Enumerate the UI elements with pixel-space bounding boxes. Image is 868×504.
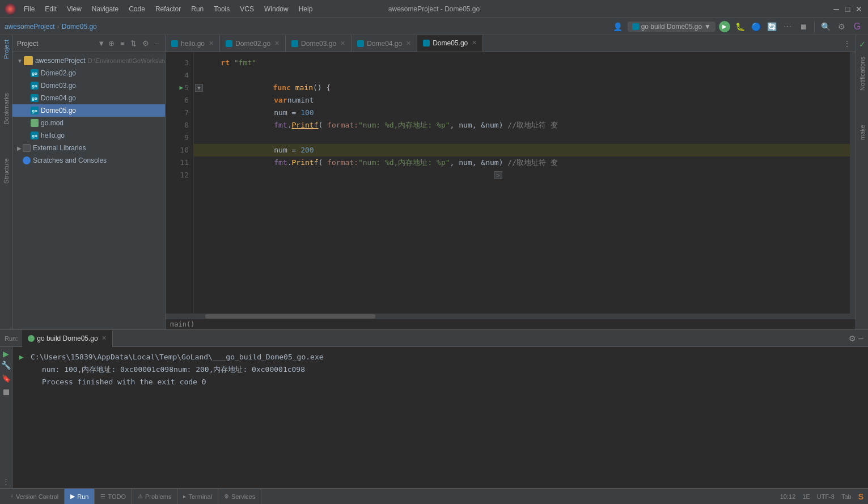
tab-close-icon[interactable]: ✕: [340, 40, 345, 47]
menu-run[interactable]: Run: [187, 4, 208, 14]
menu-file[interactable]: File: [19, 4, 39, 14]
tab-dome05-go[interactable]: Dome05.go ✕: [417, 35, 483, 52]
console-stop-icon[interactable]: ⏹: [2, 387, 11, 397]
debug-button[interactable]: 🐛: [734, 20, 746, 33]
status-terminal[interactable]: ▸ Terminal: [177, 489, 218, 505]
tab-close-icon[interactable]: ✕: [209, 40, 214, 47]
status-line-col[interactable]: 1E: [802, 493, 810, 500]
bottom-tab-run[interactable]: go build Dome05.go ✕: [22, 330, 112, 347]
status-vcs-label: Version Control: [16, 493, 58, 500]
coverage-button[interactable]: 🔵: [750, 20, 762, 33]
tree-item-dome04[interactable]: go Dome04.go: [12, 92, 165, 104]
project-hide-icon[interactable]: –: [153, 39, 160, 48]
close-button[interactable]: ✕: [854, 5, 863, 14]
console-more-icon[interactable]: ⋮: [2, 477, 10, 486]
tab-hello-go[interactable]: hello.go ✕: [166, 35, 220, 52]
menu-window[interactable]: Window: [260, 4, 293, 14]
run-configuration[interactable]: go build Dome05.go ▼: [628, 22, 715, 32]
console-wrench-icon[interactable]: 🔧: [1, 361, 11, 370]
breadcrumb-file[interactable]: Dome05.go: [62, 23, 97, 31]
right-sidebar: ✓ Notifications make: [856, 35, 868, 329]
status-problems[interactable]: ⚠ Problems: [132, 489, 177, 505]
sidebar-item-structure[interactable]: Structure: [3, 158, 10, 184]
fold-end-icon: ▷: [494, 171, 502, 179]
status-run[interactable]: ▶ Run: [65, 489, 95, 505]
more-run-icon[interactable]: ⋯: [781, 20, 794, 33]
run-button[interactable]: ▶: [719, 21, 730, 32]
menu-help[interactable]: Help: [294, 4, 317, 14]
maximize-button[interactable]: □: [843, 5, 852, 14]
horizontal-scrollbar[interactable]: [166, 314, 856, 319]
status-services[interactable]: ⚙ Services: [218, 489, 261, 505]
project-settings-icon[interactable]: ⚙: [141, 39, 151, 48]
main-layout: Project Bookmarks Structure Project ▼ ⊕ …: [0, 35, 868, 329]
run-arrow-icon[interactable]: ▶: [180, 82, 184, 94]
tab-dome04-go[interactable]: Dome04.go ✕: [352, 35, 417, 52]
tree-root[interactable]: ▼ awesomeProject D:\Environment\GoWorks\…: [12, 54, 165, 67]
tree-item-gomod[interactable]: go.mod: [12, 117, 165, 129]
line-numbers: 3 4 ▶5 6 7 8 9 10 11 12: [166, 52, 194, 314]
window-controls: ─ □ ✕: [832, 5, 863, 14]
code-content[interactable]: rt "fmt" ▼ func main() { var n: [194, 52, 850, 314]
tree-item-scratches[interactable]: ▶ Scratches and Consoles: [12, 154, 165, 167]
tab-more-icon[interactable]: ⋮: [839, 39, 856, 48]
settings-button[interactable]: ⚙: [835, 20, 848, 33]
tab-close-icon[interactable]: ✕: [472, 39, 477, 46]
tab-close-icon[interactable]: ✕: [274, 40, 280, 47]
console-area: ▶ 🔧 🔖 ⏹ ⋮ ▶ C:\Users\15839\AppData\Local…: [0, 347, 868, 488]
run-tab-close-icon[interactable]: ✕: [101, 334, 107, 342]
mod-file-icon: [31, 119, 39, 127]
app-logo: [5, 3, 16, 15]
collapse-all-icon[interactable]: ≡: [118, 39, 126, 48]
run-config-dropdown-icon: ▼: [704, 23, 711, 31]
menu-code[interactable]: Code: [124, 4, 150, 14]
status-encoding[interactable]: UTF-8: [817, 493, 835, 500]
menu-refactor[interactable]: Refactor: [151, 4, 185, 14]
status-version-control[interactable]: ⑂ Version Control: [5, 489, 65, 505]
root-path: D:\Environment\GoWorks\aweson: [88, 57, 165, 64]
left-sidebar: Project Bookmarks Structure: [0, 35, 12, 329]
scratches-icon: [23, 156, 31, 164]
sidebar-item-notifications[interactable]: Notifications: [859, 57, 866, 91]
search-button[interactable]: 🔍: [819, 20, 832, 33]
tab-dome03-go[interactable]: Dome03.go ✕: [286, 35, 352, 52]
tree-item-dome05[interactable]: go Dome05.go: [12, 104, 165, 117]
breadcrumb-project[interactable]: awesomeProject: [5, 23, 55, 31]
sidebar-item-make[interactable]: make: [859, 125, 866, 140]
tree-item-dome02[interactable]: go Dome02.go: [12, 67, 165, 79]
console-success-text: Process finished with the exit code 0: [31, 376, 206, 388]
h-scrollbar-thumb[interactable]: [205, 314, 375, 319]
tab-dome02-go[interactable]: Dome02.go ✕: [220, 35, 286, 52]
sidebar-item-bookmarks[interactable]: Bookmarks: [3, 93, 10, 124]
tree-item-ext-libs[interactable]: ▶ External Libraries: [12, 142, 165, 154]
sidebar-item-project[interactable]: Project: [3, 40, 10, 59]
console-bookmark-icon[interactable]: 🔖: [2, 374, 11, 383]
status-terminal-label: Terminal: [188, 493, 212, 500]
sort-icon[interactable]: ⇅: [129, 39, 138, 48]
bottom-settings-icon[interactable]: ⚙: [849, 334, 856, 343]
vertical-scrollbar[interactable]: [850, 52, 856, 314]
go-file-icon: go: [31, 107, 39, 115]
profile-button[interactable]: 🔄: [765, 20, 778, 33]
status-file-type[interactable]: Tab: [841, 493, 852, 500]
menu-view[interactable]: View: [62, 4, 86, 14]
tab-close-icon[interactable]: ✕: [406, 40, 411, 47]
tree-item-hello[interactable]: go hello.go: [12, 129, 165, 142]
locate-file-icon[interactable]: ⊕: [107, 39, 116, 48]
project-header-actions: ⊕ ≡ ⇅ ⚙ –: [107, 39, 160, 48]
account-icon[interactable]: 👤: [612, 20, 624, 33]
stop-button[interactable]: ⏹: [797, 20, 810, 33]
menu-edit[interactable]: Edit: [40, 4, 61, 14]
fold-button[interactable]: ▼: [195, 84, 203, 92]
menu-navigate[interactable]: Navigate: [87, 4, 123, 14]
minimize-button[interactable]: ─: [832, 5, 841, 14]
project-panel-title: Project: [17, 40, 96, 48]
menu-vcs[interactable]: VCS: [235, 4, 259, 14]
console-run-icon[interactable]: ▶: [3, 349, 9, 358]
bottom-close-icon[interactable]: –: [858, 333, 863, 344]
tree-item-dome03[interactable]: go Dome03.go: [12, 79, 165, 92]
menu-tools[interactable]: Tools: [209, 4, 234, 14]
tab-label: Dome04.go: [367, 40, 402, 48]
editor-inner: 3 4 ▶5 6 7 8 9 10 11 12 rt "fm: [166, 52, 856, 314]
status-todo[interactable]: ☰ TODO: [95, 489, 132, 505]
